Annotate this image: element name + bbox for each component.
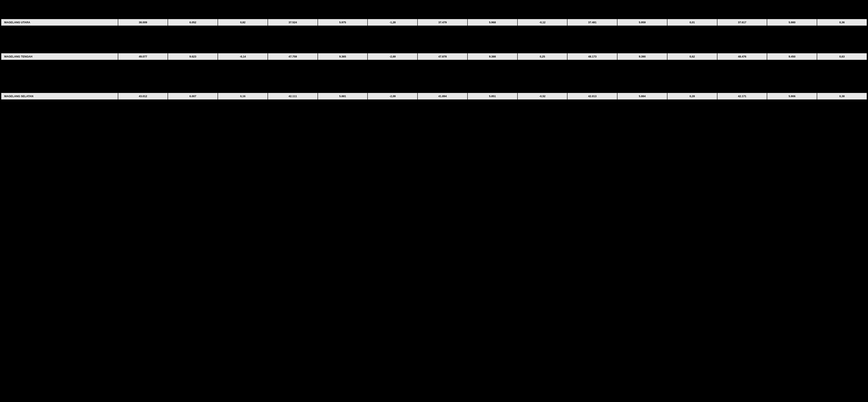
village-value: 4.357 xyxy=(268,100,318,105)
village-value: 0,02 xyxy=(817,116,867,122)
village-value: 8.712 xyxy=(567,110,617,116)
village-value: 1,00 xyxy=(667,82,717,87)
village-value: 2,37 xyxy=(368,116,417,122)
district-value: 9.623 xyxy=(168,53,218,60)
district-value: -0,52 xyxy=(518,93,567,100)
village-value: 4.278 xyxy=(767,122,817,127)
village-value: 6.293 xyxy=(767,110,817,116)
village-value: 0,80 xyxy=(817,47,867,53)
village-value: 0,23 xyxy=(218,105,268,110)
village-value: 9.660 xyxy=(168,65,218,71)
village-value: 1,66 xyxy=(518,110,567,116)
village-value: 8.548 xyxy=(268,110,318,116)
header-sub: Laju Pertumbuhan xyxy=(817,13,867,19)
header-sub: Jumlah (jiwa) xyxy=(717,13,767,19)
village-value: 8.079 xyxy=(268,31,318,37)
village-value: 7.785 xyxy=(617,116,667,122)
district-value: 42.171 xyxy=(717,93,767,100)
village-name: 4 Magelang xyxy=(1,76,118,82)
village-value: 8.328 xyxy=(268,116,318,122)
village-row: 1 Wates4.9934.4710,924.7984.296-3,914.80… xyxy=(1,26,867,31)
village-name: 2 Cacaban xyxy=(1,65,118,71)
district-value: 37.479 xyxy=(417,19,467,26)
village-value: 4.333 xyxy=(617,26,667,31)
village-row: 5 Kramat Selatan14.2049.0491,8014.0168.9… xyxy=(1,47,867,53)
village-value: 8.287 xyxy=(717,127,767,132)
district-value: 41.894 xyxy=(417,93,467,100)
village-value: 0,26 xyxy=(518,65,567,71)
village-value: 7.877 xyxy=(318,116,368,122)
village-value: 5.512 xyxy=(467,42,518,47)
village-value: 3.144 xyxy=(318,105,368,110)
header-sub: Laju Pertumbuhan xyxy=(518,13,567,19)
header-kecamatan: KECAMATAN/Kelurahan xyxy=(1,1,118,19)
header-sub: Laju Pertumbuhan xyxy=(368,13,417,19)
district-value: 43.012 xyxy=(118,93,168,100)
village-value: 6.820 xyxy=(417,105,467,110)
district-value: 5.906 xyxy=(767,93,817,100)
village-value: 9.665 xyxy=(767,65,817,71)
village-value: 8.464 xyxy=(717,87,767,93)
village-value: 4.243 xyxy=(417,100,467,105)
village-value: -0,73 xyxy=(218,87,268,93)
village-value: 4.320 xyxy=(767,26,817,31)
district-value: -2,69 xyxy=(368,53,417,60)
village-value: -0,47 xyxy=(218,37,268,42)
village-value: 8.233 xyxy=(717,116,767,122)
village-value: 9.480 xyxy=(617,127,667,132)
village-value: 0,31 xyxy=(518,76,567,82)
village-value: -0,31 xyxy=(817,26,867,31)
village-value: - xyxy=(218,100,268,105)
village-value: 0,02 xyxy=(218,116,268,122)
header-sub: Kepadatan (jiwa/km²) xyxy=(467,13,518,19)
village-row: 2 Jurangombo Selatan6.9663.2830,236.6713… xyxy=(1,105,867,110)
village-value: 9.642 xyxy=(118,71,168,76)
village-name: 5 Panjang xyxy=(1,82,118,87)
village-value: 8.135 xyxy=(118,116,168,122)
village-value: 4.347 xyxy=(268,60,318,65)
village-value: -2,96 xyxy=(368,127,417,132)
village-value: -0,01 xyxy=(817,65,867,71)
village-value: -0,82 xyxy=(368,37,417,42)
table-header: KECAMATAN/Kelurahan TAHUN 2019 2020 2021… xyxy=(1,1,867,19)
village-value: -0,22 xyxy=(518,87,567,93)
village-value: -0,44 xyxy=(817,82,867,87)
header-sub: Jumlah (jiwa) xyxy=(567,13,617,19)
village-value: 4.471 xyxy=(168,26,218,31)
village-value: 0,37 xyxy=(817,100,867,105)
village-value: 11.557 xyxy=(717,76,767,82)
village-name: 1 Kemirirejo xyxy=(1,60,118,65)
district-value: 37.617 xyxy=(717,19,767,26)
district-value: 42.111 xyxy=(268,93,318,100)
village-value: 8.323 xyxy=(168,82,218,87)
village-value: 4.357 xyxy=(118,100,168,105)
village-name: 1 Jurangombo Utara xyxy=(1,100,118,105)
village-value: 0,21 xyxy=(518,26,567,31)
village-value: 0,32 xyxy=(218,60,268,65)
village-value: 0,16 xyxy=(817,60,867,65)
village-value: 8.259 xyxy=(417,116,467,122)
village-value: 7.811 xyxy=(467,116,518,122)
village-value: 4.532 xyxy=(767,37,817,42)
village-row: 3 Rejowinangun Utara9.64210.233-2,709.40… xyxy=(1,71,867,76)
district-value: 0,28 xyxy=(667,93,717,100)
village-value: 1,41 xyxy=(817,105,867,110)
village-value: -0,20 xyxy=(817,122,867,127)
village-value: 8.336 xyxy=(717,65,767,71)
district-value: 9.450 xyxy=(767,53,817,60)
village-value: 4.874 xyxy=(168,60,218,65)
village-value: 8.169 xyxy=(717,31,767,37)
district-value: -1,28 xyxy=(368,19,417,26)
village-row: 4 Magelang12.19510.1110,2811.4279.427-6,… xyxy=(1,76,867,82)
village-value: 6.118 xyxy=(717,82,767,87)
village-value: 10.212 xyxy=(617,76,667,82)
village-value: 9.641 xyxy=(567,71,617,76)
village-value: 0,92 xyxy=(218,26,268,31)
village-value: 19.111 xyxy=(318,127,368,132)
village-value: 4.454 xyxy=(467,37,518,42)
village-value: - xyxy=(368,100,417,105)
district-value: 38.009 xyxy=(118,19,168,26)
village-value: 3.214 xyxy=(467,105,518,110)
district-value: 47.878 xyxy=(417,53,467,60)
village-value: 13.892 xyxy=(717,47,767,53)
